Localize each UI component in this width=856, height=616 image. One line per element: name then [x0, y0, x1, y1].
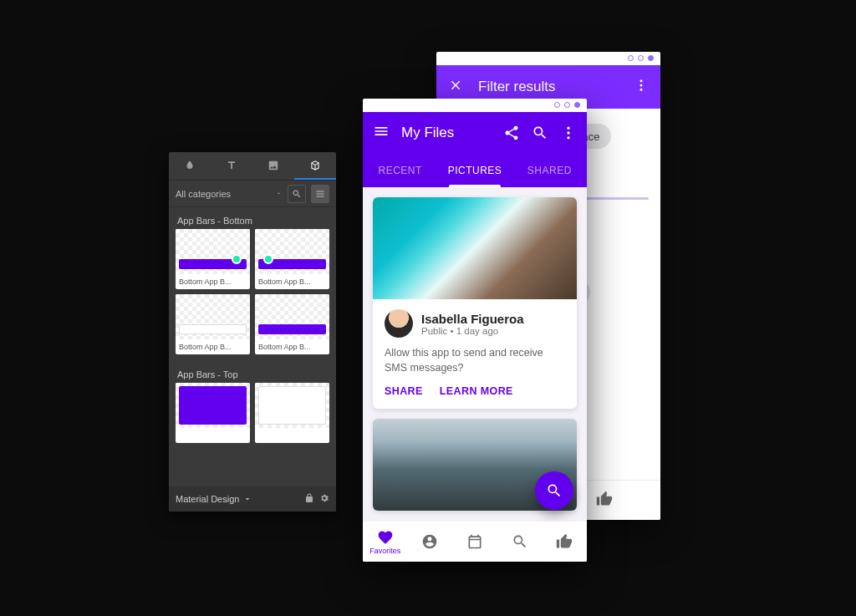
component-thumb[interactable]: Bottom App B... — [255, 229, 329, 289]
list-view-button[interactable] — [311, 185, 329, 203]
more-icon[interactable] — [634, 78, 649, 96]
nav-search[interactable] — [497, 522, 543, 562]
nav-favorites[interactable]: Favorites — [363, 522, 408, 562]
learn-more-button[interactable]: LEARN MORE — [440, 385, 513, 397]
file-card[interactable]: Isabella Figueroa Public • 1 day ago All… — [373, 197, 577, 409]
svg-point-0 — [640, 79, 643, 82]
files-bottom-nav: Favorites — [363, 522, 587, 562]
svg-point-2 — [640, 89, 643, 91]
files-title: My Files — [401, 125, 492, 141]
tab-color-icon[interactable] — [169, 152, 211, 180]
tab-image-icon[interactable] — [252, 152, 294, 180]
card-subtitle: Public • 1 day ago — [421, 326, 524, 336]
share-button[interactable]: SHARE — [385, 385, 423, 397]
asset-panel: All categories App Bars - Bottom Bottom … — [169, 152, 336, 512]
share-icon[interactable] — [503, 125, 520, 141]
search-button[interactable] — [288, 185, 306, 203]
tab-recent[interactable]: RECENT — [363, 154, 437, 187]
chevron-down-icon — [242, 494, 252, 504]
component-thumb[interactable] — [255, 383, 329, 443]
svg-point-3 — [567, 127, 569, 130]
section-title: App Bars - Top — [169, 361, 336, 383]
panel-footer: Material Design — [169, 486, 336, 512]
nav-label: Favorites — [369, 547, 400, 555]
library-selector[interactable]: Material Design — [176, 494, 299, 504]
nav-thumb-icon[interactable] — [596, 491, 613, 511]
nav-account[interactable] — [408, 522, 453, 562]
files-appbar: My Files — [363, 112, 587, 154]
search-icon[interactable] — [532, 125, 548, 141]
gear-icon[interactable] — [319, 493, 329, 505]
component-thumb[interactable] — [176, 383, 250, 443]
files-tabs: RECENT PICTURES SHARED — [363, 154, 587, 187]
window-controls — [628, 55, 654, 61]
svg-point-4 — [567, 131, 569, 134]
search-fab[interactable] — [535, 471, 573, 510]
files-phone: My Files RECENT PICTURES SHARED Isabella… — [363, 99, 587, 562]
section-title: App Bars - Bottom — [169, 207, 336, 229]
chevron-down-icon — [275, 190, 283, 197]
close-icon[interactable] — [448, 78, 463, 96]
card-image — [373, 197, 577, 299]
category-selector[interactable]: All categories — [169, 181, 336, 207]
component-thumb[interactable]: Bottom App B... — [176, 294, 250, 354]
menu-icon[interactable] — [373, 123, 390, 143]
more-icon[interactable] — [560, 125, 577, 141]
category-label: All categories — [176, 189, 231, 199]
svg-point-5 — [567, 136, 569, 139]
nav-calendar[interactable] — [452, 522, 497, 562]
lock-icon[interactable] — [304, 493, 314, 505]
avatar[interactable] — [385, 309, 413, 338]
card-body: Allow this app to send and receive SMS m… — [373, 341, 577, 379]
component-thumb[interactable]: Bottom App B... — [176, 229, 250, 289]
tab-text-icon[interactable] — [211, 152, 252, 180]
tab-shared[interactable]: SHARED — [512, 154, 587, 187]
panel-tabs — [169, 152, 336, 181]
tab-pictures[interactable]: PICTURES — [437, 154, 512, 187]
component-thumb[interactable]: Bottom App B... — [255, 294, 329, 354]
nav-thumb[interactable] — [542, 522, 587, 562]
author-name: Isabella Figueroa — [421, 312, 524, 326]
svg-point-1 — [640, 84, 643, 87]
tab-components-icon[interactable] — [294, 152, 336, 180]
window-controls — [554, 102, 580, 108]
filter-title: Filter results — [478, 79, 634, 95]
